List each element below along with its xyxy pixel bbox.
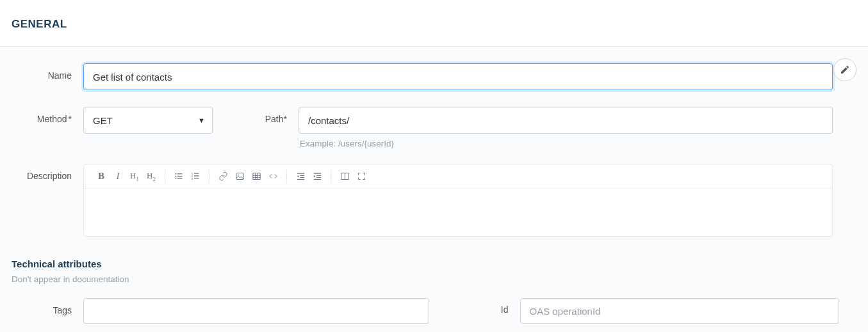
svg-rect-25 <box>316 175 321 176</box>
svg-rect-12 <box>236 173 243 180</box>
indent-button[interactable] <box>309 168 325 185</box>
svg-rect-9 <box>194 175 199 176</box>
table-icon <box>252 171 261 181</box>
tags-input[interactable] <box>83 298 429 324</box>
ul-button[interactable] <box>170 168 187 185</box>
svg-marker-23 <box>297 175 299 178</box>
image-icon <box>235 171 245 181</box>
table-button[interactable] <box>248 168 265 185</box>
path-input[interactable] <box>299 107 833 134</box>
h2-button[interactable]: H2 <box>143 168 160 185</box>
svg-point-2 <box>175 176 176 177</box>
svg-rect-5 <box>177 178 183 179</box>
bold-icon: B <box>98 171 104 182</box>
ol-button[interactable]: 123 <box>187 168 204 185</box>
italic-button[interactable]: I <box>110 168 126 185</box>
svg-rect-1 <box>177 173 183 174</box>
outdent-button[interactable] <box>292 168 309 185</box>
tags-label: Tags <box>12 298 83 315</box>
bold-button[interactable]: B <box>93 168 110 185</box>
image-button[interactable] <box>231 168 248 185</box>
expand-icon <box>357 171 366 181</box>
svg-rect-14 <box>252 173 259 180</box>
list-ol-icon: 123 <box>191 171 201 181</box>
fullscreen-button[interactable] <box>353 168 370 185</box>
path-label: Path* <box>213 107 299 124</box>
h1-button[interactable]: H1 <box>126 168 143 185</box>
h1-icon: H1 <box>130 171 139 182</box>
svg-point-4 <box>175 178 176 179</box>
svg-rect-3 <box>177 176 183 177</box>
name-input[interactable] <box>83 63 833 90</box>
general-form: Name Method* GET ▼ Path* Example: /users… <box>0 46 868 332</box>
italic-icon: I <box>117 171 120 182</box>
name-label: Name <box>12 63 83 81</box>
description-label: Description <box>12 164 83 181</box>
description-editor: B I H1 H2 123 <box>83 164 833 237</box>
id-label: Id <box>434 298 520 315</box>
indent-icon <box>313 171 322 181</box>
svg-rect-22 <box>297 179 304 180</box>
svg-point-0 <box>175 173 176 175</box>
h2-icon: H2 <box>147 171 156 182</box>
svg-rect-20 <box>300 175 304 176</box>
columns-icon <box>340 171 350 181</box>
svg-rect-11 <box>194 178 199 178</box>
description-textarea[interactable] <box>84 189 832 236</box>
technical-attributes-section: Technical attributes Don't appear in doc… <box>12 258 856 324</box>
pencil-icon <box>840 65 850 75</box>
list-ul-icon <box>174 171 184 181</box>
outdent-icon <box>296 171 306 181</box>
path-hint: Example: /users/{userId} <box>299 139 833 148</box>
code-button[interactable] <box>265 168 281 185</box>
svg-text:3: 3 <box>191 177 193 180</box>
svg-rect-21 <box>300 177 304 178</box>
edit-button[interactable] <box>833 58 856 81</box>
tech-subtitle: Don't appear in documentation <box>12 274 856 284</box>
svg-rect-26 <box>316 177 321 178</box>
link-icon <box>218 171 228 181</box>
id-input[interactable] <box>520 298 839 324</box>
section-title: GENERAL <box>12 18 856 31</box>
code-icon <box>268 171 278 181</box>
svg-rect-27 <box>313 179 320 180</box>
method-label: Method* <box>12 107 83 124</box>
link-button[interactable] <box>215 168 231 185</box>
editor-toolbar: B I H1 H2 123 <box>84 164 832 189</box>
svg-point-13 <box>238 175 239 176</box>
svg-rect-7 <box>194 173 199 174</box>
tech-title: Technical attributes <box>12 258 856 269</box>
split-button[interactable] <box>336 168 353 185</box>
svg-rect-24 <box>313 173 320 174</box>
svg-marker-28 <box>313 175 315 178</box>
svg-rect-19 <box>297 173 304 174</box>
method-select[interactable]: GET <box>83 107 213 134</box>
section-header: GENERAL <box>0 0 868 46</box>
